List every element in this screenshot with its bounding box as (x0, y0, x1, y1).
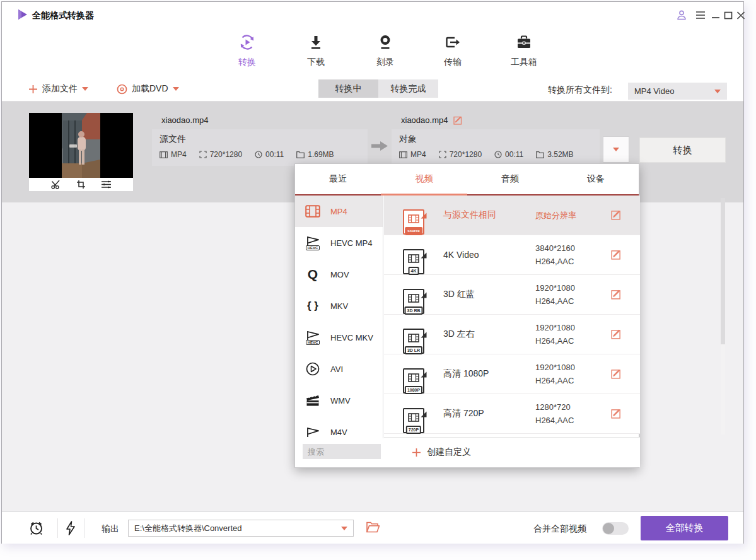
preset-codec: H264,AAC (535, 376, 574, 385)
search-input[interactable] (303, 444, 381, 459)
preset-specs: 1920*1080H264,AAC (535, 321, 575, 347)
format-picker-popup: 最近 视频 音频 设备 MP4 HEVC HEVC (294, 163, 639, 468)
preset-specs: 1280*720H264,AAC (535, 400, 574, 427)
add-files-label: 添加文件 (42, 83, 78, 95)
meta-resolution: 720*1280 (199, 150, 242, 159)
preset-specs: 3840*2160H264,AAC (535, 242, 575, 268)
source-to-target-arrow-icon (371, 140, 388, 152)
output-path-select[interactable]: E:\全能格式转换器\Converted (128, 520, 354, 537)
nav-tab-burn[interactable]: 刻录 (352, 30, 418, 74)
preset-codec: H264,AAC (535, 336, 574, 346)
target-format-dropdown-button[interactable] (603, 136, 629, 163)
preset-resolution: 1920*1080 (535, 363, 575, 372)
convert-all-button[interactable]: 全部转换 (641, 516, 728, 540)
load-dvd-button[interactable]: 加载DVD (117, 82, 179, 96)
burn-disc-icon (376, 32, 395, 53)
plus-icon (412, 448, 421, 457)
meta-size: 3.52MB (536, 150, 573, 159)
folder-icon (296, 151, 305, 158)
quicktime-q-icon: Q (303, 268, 322, 281)
chevron-down-icon (173, 87, 179, 91)
edit-preset-icon[interactable] (611, 368, 622, 379)
format-label: M4V (330, 428, 347, 437)
edit-preset-icon[interactable] (611, 329, 622, 339)
open-folder-icon[interactable] (366, 522, 380, 533)
1080p-preset-icon: 1080P (403, 368, 424, 394)
format-list: MP4 HEVC HEVC MP4 Q MOV { } MKV (295, 195, 383, 438)
format-picker-tabs: 最近 视频 音频 设备 (295, 164, 639, 194)
scrollbar-thumb[interactable] (721, 198, 725, 344)
account-icon[interactable] (675, 9, 688, 21)
preset-name: 4K Video (443, 250, 479, 260)
target-file-name: xiaodao.mp4 (401, 115, 448, 125)
create-custom-button[interactable]: 创建自定义 (412, 446, 471, 458)
maximize-icon[interactable] (722, 9, 735, 21)
menu-icon[interactable] (694, 9, 707, 21)
format-item-hevc-mp4[interactable]: HEVC HEVC MP4 (295, 227, 383, 259)
format-item-mp4[interactable]: MP4 (295, 195, 383, 227)
preset-specs: 1920*1080H264,AAC (535, 361, 575, 387)
nav-tab-download[interactable]: 下载 (283, 30, 349, 74)
merge-all-toggle[interactable] (602, 522, 629, 535)
nav-tab-toolbox[interactable]: 工具箱 (491, 30, 557, 74)
tab-converting[interactable]: 转换中 (318, 79, 378, 98)
preset-name: 高清 720P (443, 408, 484, 419)
crop-icon[interactable] (76, 180, 86, 189)
convert-all-format-select[interactable]: MP4 Video (628, 83, 727, 100)
tab-video[interactable]: 视频 (381, 164, 467, 194)
preset-resolution: 1280*720 (535, 402, 571, 412)
close-icon[interactable] (735, 9, 747, 21)
folder-icon (536, 151, 544, 158)
preset-scrollbar[interactable] (721, 198, 725, 435)
schedule-timer-icon[interactable] (28, 520, 44, 536)
tab-audio[interactable]: 音频 (467, 164, 553, 194)
clock-icon (494, 151, 502, 158)
format-item-mov[interactable]: Q MOV (295, 259, 383, 290)
meta-duration: 00:11 (255, 150, 284, 159)
toolbox-icon (515, 32, 533, 53)
trim-scissors-icon[interactable] (51, 180, 61, 189)
preset-hd-720p[interactable]: 720P 高清 720P 1280*720H264,AAC (384, 394, 640, 434)
format-item-mkv[interactable]: { } MKV (295, 290, 383, 322)
preset-codec: H264,AAC (535, 416, 574, 425)
nav-tab-label: 转换 (214, 57, 280, 68)
preset-resolution: 3840*2160 (535, 243, 575, 253)
output-label: 输出 (102, 523, 119, 535)
tab-device[interactable]: 设备 (553, 164, 639, 194)
format-item-hevc-mkv[interactable]: HEVC HEVC MKV (295, 322, 383, 353)
preset-hd-1080p[interactable]: 1080P 高清 1080P 1920*1080H264,AAC (384, 354, 640, 394)
chevron-down-icon (714, 90, 721, 93)
format-item-m4v[interactable]: M4V (295, 416, 383, 438)
meta-size-value: 3.52MB (547, 150, 573, 159)
preset-resolution: 1920*1080 (535, 283, 575, 293)
preset-same-as-source[interactable]: source 与源文件相同 原始分辨率 (384, 195, 640, 235)
edit-preset-icon[interactable] (611, 249, 622, 260)
tab-recent[interactable]: 最近 (295, 164, 381, 194)
preset-3d-red-blue[interactable]: 3D RB 3D 红蓝 1920*1080H264,AAC (384, 275, 640, 315)
preset-specs: 1920*1080H264,AAC (535, 281, 575, 308)
edit-preset-icon[interactable] (611, 289, 622, 300)
rename-edit-icon[interactable] (453, 115, 463, 125)
format-item-wmv[interactable]: WMV (295, 385, 383, 416)
720p-preset-icon: 720P (403, 408, 424, 433)
target-file-name-row: xiaodao.mp4 (401, 115, 463, 125)
tab-finished[interactable]: 转换完成 (378, 79, 438, 98)
high-speed-icon[interactable] (65, 521, 76, 535)
output-path-value: E:\全能格式转换器\Converted (134, 523, 242, 534)
minimize-icon[interactable] (709, 9, 722, 21)
format-item-avi[interactable]: AVI (295, 353, 383, 385)
chevron-down-icon (82, 87, 88, 91)
preset-4k-video[interactable]: 4K 4K Video 3840*2160H264,AAC (384, 235, 640, 275)
add-files-button[interactable]: 添加文件 (28, 82, 88, 96)
effects-adjust-icon[interactable] (101, 180, 112, 189)
convert-row-button[interactable]: 转换 (639, 137, 726, 163)
nav-tab-convert[interactable]: 转换 (214, 30, 280, 74)
edit-preset-icon[interactable] (611, 408, 622, 419)
format-picker-body: MP4 HEVC HEVC MP4 Q MOV { } MKV (295, 195, 639, 467)
preset-name: 3D 红蓝 (443, 289, 475, 300)
nav-tab-transfer[interactable]: 传输 (420, 30, 486, 74)
preset-name: 与源文件相同 (443, 209, 496, 221)
preset-3d-left-right[interactable]: 3D LR 3D 左右 1920*1080H264,AAC (384, 315, 640, 354)
edit-preset-icon[interactable] (611, 209, 622, 220)
preset-name: 高清 1080P (443, 368, 489, 380)
